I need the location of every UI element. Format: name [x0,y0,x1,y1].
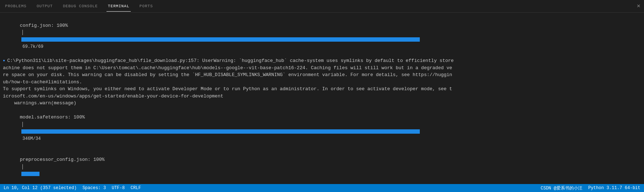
terminal-line: achine does not support them in C:\Users… [0,64,644,72]
terminal-line: icrosoft.com/en-us/windows/apps/get-star… [0,93,644,100]
tab-output[interactable]: OUTPUT [35,1,54,12]
terminal-line: preprocessor_config.json: 100% │ [0,149,644,184]
panel-actions: ✕ [637,3,640,9]
tab-terminal[interactable]: TERMINAL [106,1,131,12]
terminal-line: re space on your disk. This warning can … [0,71,644,79]
warning-text-5: To support symlinks on Windows, you eith… [3,85,641,93]
terminal-line: To support symlinks on Windows, you eith… [0,85,644,93]
warning-text-7: warnings.warn(message) [3,100,641,107]
progress-label-model: model.safetensors: 100% [20,114,85,120]
progress-label-preprocessor: preprocessor_config.json: 100% [20,157,105,162]
tab-ports[interactable]: PORTS [138,1,154,12]
terminal-line: config.json: 100% │ 69.7k/69 [0,15,644,57]
status-encoding: UTF-8 [112,185,125,191]
size-config: 69.7k/69 [20,44,43,49]
status-info: CSDN @爱系书的小汪 [541,185,582,191]
status-bar-left: Ln 10, Col 12 (357 selected) Spaces: 3 U… [4,185,141,191]
status-spaces: Spaces: 3 [83,185,106,191]
progress-label-config: config.json: 100% [20,23,68,28]
status-position: Ln 10, Col 12 (357 selected) [4,185,77,191]
terminal-container[interactable]: config.json: 100% │ 69.7k/69 ● C:\Python… [0,13,644,184]
warning-text-2: achine does not support them in C:\Users… [3,64,641,72]
status-eol: CRLF [130,185,141,191]
warning-text-1: C:\Python311\Lib\site-packages\huggingfa… [7,57,641,64]
warning-text-4: ub/how-to-cache#limitations. [3,79,641,86]
status-python[interactable]: Python 3.11.7 64-bit [588,185,640,191]
tab-problems[interactable]: PROBLEMS [4,1,28,12]
tab-debug-console[interactable]: DEBUG CONSOLE [62,1,99,12]
close-panel-icon[interactable]: ✕ [637,3,640,9]
terminal-line: model.safetensors: 100% │ 346M/34 [0,107,644,149]
terminal-line: warnings.warn(message) [0,100,644,107]
warning-text-3: re space on your disk. This warning can … [3,71,641,79]
terminal-line: ● C:\Python311\Lib\site-packages\hugging… [0,57,644,64]
panel-tabs: PROBLEMS OUTPUT DEBUG CONSOLE TERMINAL P… [0,0,644,13]
size-model: 346M/34 [20,136,41,141]
terminal-line: ub/how-to-cache#limitations. [0,79,644,86]
status-bar: Ln 10, Col 12 (357 selected) Spaces: 3 U… [0,184,644,192]
dot-icon: ● [3,58,5,63]
warning-text-6: icrosoft.com/en-us/windows/apps/get-star… [3,93,641,100]
